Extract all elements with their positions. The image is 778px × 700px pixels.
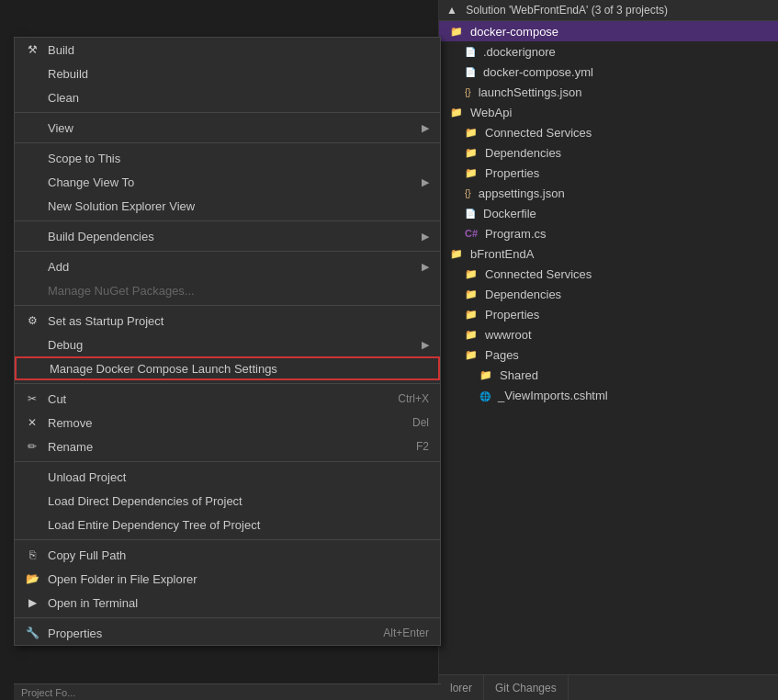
tree-item-label: bFrontEndA — [470, 247, 534, 261]
tree-item[interactable]: 📁bFrontEndA — [439, 243, 778, 264]
menu-item-build[interactable]: ⚒Build — [15, 38, 440, 62]
tree-item-label: Dockerfile — [483, 207, 536, 220]
submenu-arrow-icon: ▶ — [422, 339, 429, 351]
menu-item-change-view-to[interactable]: Change View To▶ — [15, 170, 440, 194]
menu-item-open-folder[interactable]: 📂Open Folder in File Explorer — [15, 567, 440, 591]
menu-separator — [15, 539, 440, 540]
solution-explorer-panel: ▲ Solution 'WebFrontEndA' (3 of 3 projec… — [438, 0, 778, 700]
menu-item-debug[interactable]: Debug▶ — [15, 333, 440, 356]
solution-header: ▲ Solution 'WebFrontEndA' (3 of 3 projec… — [439, 0, 778, 21]
tree-item[interactable]: 📁Connected Services — [439, 122, 778, 142]
tree-item[interactable]: 📁Dependencies — [439, 142, 778, 163]
tree-item[interactable]: 🌐_ViewImports.cshtml — [439, 385, 778, 405]
menu-separator — [15, 112, 440, 113]
bottom-tabs: lorerGit Changes — [439, 674, 778, 700]
tree-item-label: Properties — [485, 166, 539, 180]
tree-item-label: Program.cs — [485, 227, 546, 241]
menu-shortcut: F2 — [416, 440, 429, 453]
tree-item-label: wwwroot — [485, 328, 532, 342]
menu-item-label: Rename — [48, 440, 93, 454]
menu-item-new-solution-explorer-view[interactable]: New Solution Explorer View — [15, 194, 440, 218]
tree-item[interactable]: 📄.dockerignore — [439, 41, 778, 62]
menu-item-open-terminal[interactable]: ▶Open in Terminal — [15, 591, 440, 615]
menu-item-label: Load Direct Dependencies of Project — [48, 494, 242, 508]
menu-item-label: Manage Docker Compose Launch Settings — [50, 362, 277, 376]
tab-item[interactable]: lorer — [439, 675, 484, 700]
menu-item-label: Cut — [48, 392, 66, 406]
tree-item-label: docker-compose.yml — [483, 65, 593, 79]
submenu-arrow-icon: ▶ — [422, 231, 429, 243]
menu-item-rebuild[interactable]: Rebuild — [15, 62, 440, 85]
menu-item-manage-nuget[interactable]: Manage NuGet Packages... — [15, 278, 440, 302]
menu-item-load-direct[interactable]: Load Direct Dependencies of Project — [15, 489, 440, 513]
menu-icon-rename: ✏ — [24, 438, 40, 455]
tree-item-label: Connected Services — [485, 126, 592, 140]
menu-item-build-dependencies[interactable]: Build Dependencies▶ — [15, 224, 440, 248]
tree-item[interactable]: 📁Dependencies — [439, 284, 778, 304]
menu-item-label: Properties — [48, 627, 102, 640]
menu-item-scope-to-this[interactable]: Scope to This — [15, 146, 440, 170]
menu-icon-build: ⚒ — [24, 41, 40, 58]
menu-item-view[interactable]: View▶ — [15, 116, 440, 140]
tree-item[interactable]: 📁Pages — [439, 344, 778, 365]
tree-item-label: Shared — [500, 368, 538, 382]
solution-title: Solution 'WebFrontEndA' (3 of 3 projects… — [466, 4, 668, 17]
menu-item-remove[interactable]: ✕RemoveDel — [15, 411, 440, 435]
menu-item-label: Clean — [48, 91, 79, 105]
menu-shortcut: Ctrl+X — [398, 392, 429, 405]
tree-item[interactable]: 📄Dockerfile — [439, 203, 778, 223]
tree-item[interactable]: 📁docker-compose — [439, 21, 778, 41]
tree-item[interactable]: 📁wwwroot — [439, 324, 778, 344]
tree-item-label: appsettings.json — [479, 186, 565, 200]
menu-item-rename[interactable]: ✏RenameF2 — [15, 435, 440, 458]
menu-item-label: Build Dependencies — [48, 230, 154, 243]
tree-item[interactable]: 📁WebApi — [439, 102, 778, 122]
menu-item-manage-docker[interactable]: Manage Docker Compose Launch Settings — [15, 356, 440, 380]
menu-item-label: Rebuild — [48, 67, 88, 81]
tree-item[interactable]: 📁Properties — [439, 163, 778, 183]
tree-item-label: Properties — [485, 308, 539, 322]
tree-item[interactable]: C#Program.cs — [439, 223, 778, 243]
menu-item-label: Unload Project — [48, 470, 126, 484]
tree-item[interactable]: 📄docker-compose.yml — [439, 62, 778, 82]
menu-item-label: New Solution Explorer View — [48, 199, 195, 213]
menu-item-label: Manage NuGet Packages... — [48, 284, 195, 298]
menu-icon-cut: ✂ — [24, 390, 40, 407]
menu-item-cut[interactable]: ✂CutCtrl+X — [15, 387, 440, 411]
menu-item-label: Build — [48, 43, 74, 57]
tree-item[interactable]: 📁Shared — [439, 365, 778, 385]
menu-icon-wrench: 🔧 — [24, 625, 40, 641]
menu-item-label: Add — [48, 260, 69, 274]
submenu-arrow-icon: ▶ — [422, 176, 429, 188]
menu-item-properties[interactable]: 🔧PropertiesAlt+Enter — [15, 621, 440, 645]
tree-item-label: launchSettings.json — [479, 85, 582, 99]
tree-item[interactable]: 📁Connected Services — [439, 264, 778, 284]
tree-item[interactable]: {}appsettings.json — [439, 183, 778, 203]
menu-item-label: Debug — [48, 338, 83, 352]
menu-item-clean[interactable]: Clean — [15, 85, 440, 109]
scroll-up-indicator[interactable]: ▲ — [446, 4, 457, 17]
context-menu: ⚒BuildRebuildCleanView▶Scope to ThisChan… — [14, 37, 441, 646]
menu-separator — [15, 305, 440, 306]
menu-item-label: Open Folder in File Explorer — [48, 572, 197, 586]
tab-item[interactable]: Git Changes — [484, 675, 569, 700]
menu-item-label: Set as Startup Project — [48, 314, 163, 328]
bottom-status-label: Project Fo... — [21, 687, 75, 698]
menu-separator — [15, 142, 440, 143]
menu-item-label: Open in Terminal — [48, 596, 138, 610]
menu-item-unload-project[interactable]: Unload Project — [15, 465, 440, 489]
menu-icon-remove: ✕ — [24, 414, 40, 431]
tree-item-label: WebApi — [470, 106, 512, 119]
menu-item-load-entire[interactable]: Load Entire Dependency Tree of Project — [15, 513, 440, 536]
menu-item-add[interactable]: Add▶ — [15, 254, 440, 278]
menu-item-label: Copy Full Path — [48, 548, 126, 562]
tree-item-label: .dockerignore — [483, 45, 556, 59]
tree-item[interactable]: 📁Properties — [439, 304, 778, 324]
menu-item-label: View — [48, 121, 73, 135]
tree-item[interactable]: {}launchSettings.json — [439, 82, 778, 102]
menu-item-set-startup[interactable]: ⚙Set as Startup Project — [15, 309, 440, 333]
menu-separator — [15, 617, 440, 618]
menu-shortcut: Del — [412, 416, 429, 429]
menu-item-copy-full-path[interactable]: ⎘Copy Full Path — [15, 543, 440, 567]
tree-item-label: Connected Services — [485, 267, 592, 281]
